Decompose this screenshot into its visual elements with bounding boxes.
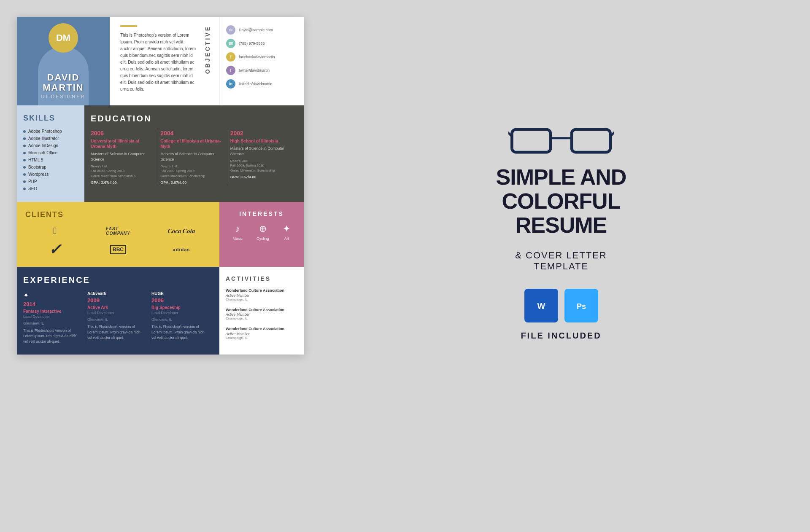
education-title: EDUCATION — [91, 114, 297, 124]
interest-music-label: Music — [232, 236, 243, 241]
clients-section: CLIENTS  FASTCOMPANY Coca Cola ✓ BBC ad… — [17, 202, 219, 267]
file-included-label: FILE INCLUDED — [521, 331, 601, 341]
exp-year: 2006 — [151, 297, 209, 304]
format-icons: W ≡ Ps — [524, 289, 598, 322]
bullet — [23, 188, 26, 190]
cycling-icon: ⊕ — [259, 223, 267, 234]
glasses-decoration — [508, 115, 614, 165]
svg-rect-0 — [512, 129, 551, 152]
objective-label: OBJECTIVE — [204, 25, 211, 74]
experience-activities-row: EXPERIENCE ✦ 2014 Fantasy Interactive Le… — [17, 267, 304, 355]
company-name: HUGE — [151, 291, 209, 296]
bullet — [23, 137, 26, 140]
edu-honors: Dean's List:Fall 2009, Spring 2010Gates … — [160, 164, 223, 178]
objective-bar — [120, 25, 137, 27]
activity-location: Champaign, IL — [226, 298, 297, 301]
exp-year: 2014 — [23, 301, 81, 307]
interest-art-label: Art — [284, 236, 289, 241]
contact-twitter: t twitter/davidmartin — [226, 66, 297, 75]
linkedin-text: linkedin/davidmartin — [239, 82, 273, 86]
exp-location: Glenview, IL — [151, 317, 209, 322]
skills-education-row: SKILLS Adobe Photoshop Adobe Illustrator… — [17, 105, 304, 202]
interest-music: ♪ Music — [232, 223, 243, 241]
exp-location: Glenview, IL — [87, 317, 145, 322]
list-item: HTML 5 — [23, 158, 78, 162]
edu-degree: Masters of Science in Computer Science — [160, 151, 223, 162]
art-icon: ✦ — [283, 223, 290, 234]
music-icon: ♪ — [235, 223, 240, 234]
facebook-text: facebook/davidmartin — [239, 55, 275, 59]
list-item: Wordpress — [23, 172, 78, 177]
word-format-icon: W ≡ — [524, 289, 558, 322]
activities-title: ACTIVITIES — [226, 275, 297, 282]
activity-org: Wonderland Culture Association — [226, 327, 297, 332]
exp-description: This is Photoshop's version of Lorem Ips… — [87, 324, 145, 340]
activity-org: Wonderland Culture Association — [226, 308, 297, 313]
contact-section: ✉ David@sample.com ☎ (785) 979-5555 f fa… — [219, 17, 304, 105]
twitter-text: twitter/davidmartin — [239, 68, 270, 73]
phone-text: (785) 979-5555 — [239, 41, 265, 46]
edu-honors: Dean's List:Fall 2009, Spring 2010Gates … — [91, 164, 154, 178]
edu-school: High School of Illinoisia — [230, 138, 293, 144]
bullet — [23, 152, 26, 154]
ps-format-icon: Ps — [564, 289, 598, 322]
interest-cycling-label: Cycling — [256, 236, 269, 241]
svg-text:Ps: Ps — [576, 302, 586, 311]
contact-linkedin: in linkedin/davidmartin — [226, 79, 297, 89]
exp-location: Glenview, IL — [23, 321, 81, 325]
experience-title: EXPERIENCE — [23, 275, 213, 285]
list-item: Microsoft Office — [23, 150, 78, 155]
interests-icons: ♪ Music ⊕ Cycling ✦ Art — [226, 223, 297, 241]
edu-gpa: GPA: 3.67/4.00 — [91, 180, 154, 185]
exp-role: Lead Developer — [151, 311, 209, 315]
interest-cycling: ⊕ Cycling — [256, 223, 269, 241]
client-logo-fastcompany: FASTCOMPANY — [106, 226, 130, 236]
activity-role: Active Member — [226, 293, 297, 298]
edu-year: 2002 — [230, 130, 293, 137]
list-item: Bootstrap — [23, 165, 78, 169]
contact-facebook: f facebook/davidmartin — [226, 52, 297, 62]
product-info: SIMPLE ANDCOLORFULRESUME & COVER LETTERT… — [329, 17, 793, 438]
edu-year: 2006 — [91, 130, 154, 137]
person-name: DAVIDMARTIN — [41, 73, 85, 93]
skills-title: SKILLS — [23, 114, 78, 123]
activity-location: Champaign, IL — [226, 317, 297, 320]
interests-title: INTERESTS — [226, 210, 297, 217]
product-subtitle: & COVER LETTERTEMPLATE — [515, 250, 607, 272]
experience-entry: Activeark 2009 Active Ark Lead Developer… — [85, 291, 149, 344]
list-item: SEO — [23, 186, 78, 191]
bullet — [23, 180, 26, 183]
experience-entry: ✦ 2014 Fantasy Interactive Lead Develope… — [23, 291, 85, 344]
education-entry: 2002 High School of Illinoisia Masters o… — [228, 130, 297, 185]
person-title: UI-DESIGNER — [41, 94, 85, 99]
interest-art: ✦ Art — [283, 223, 290, 241]
exp-year: 2009 — [87, 297, 145, 304]
list-item: Adobe Photoshop — [23, 129, 78, 134]
bullet — [23, 159, 26, 161]
activity-item: Wonderland Culture Association Active Me… — [226, 327, 297, 340]
exp-role: Lead Developer — [23, 314, 81, 319]
experience-section: EXPERIENCE ✦ 2014 Fantasy Interactive Le… — [17, 267, 219, 355]
exp-position: Fantasy Interactive — [23, 309, 81, 314]
education-entries: 2006 University of Illinoisia at Urbana-… — [91, 130, 297, 185]
company-icon: ✦ — [23, 291, 81, 299]
edu-honors: Dean's List:Fall 2009, Spring 2010Gates … — [230, 159, 293, 173]
clients-title: CLIENTS — [25, 210, 211, 219]
experience-entry: HUGE 2006 Big Spaceship Lead Developer G… — [149, 291, 213, 344]
exp-role: Lead Developer — [87, 311, 145, 315]
education-entry: 2004 College of Illinoisia at Urbana-Myt… — [158, 130, 228, 185]
client-logo-bbc: BBC — [110, 245, 126, 254]
activity-location: Champaign, IL — [226, 336, 297, 340]
bullet — [23, 145, 26, 147]
education-entry: 2006 University of Illinoisia at Urbana-… — [91, 130, 158, 185]
header-name-block: DAVIDMARTIN UI-DESIGNER — [41, 73, 85, 99]
activity-role: Active Member — [226, 332, 297, 336]
list-item: Adobe InDesign — [23, 143, 78, 148]
skills-section: SKILLS Adobe Photoshop Adobe Illustrator… — [17, 105, 84, 202]
interests-section: INTERESTS ♪ Music ⊕ Cycling ✦ Art — [219, 202, 304, 267]
edu-school: University of Illinoisia at Urbana-Myth — [91, 138, 154, 149]
list-item: PHP — [23, 179, 78, 184]
exp-position: Big Spaceship — [151, 305, 209, 310]
company-name: Activeark — [87, 291, 145, 296]
avatar: DM — [49, 23, 78, 53]
